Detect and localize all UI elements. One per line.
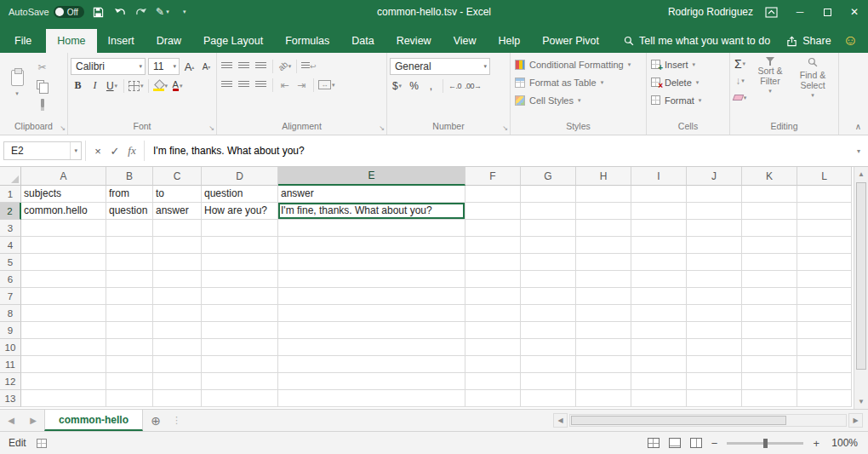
font-size-combobox[interactable]: 11▾ [148,58,180,75]
font-dialog-launcher[interactable]: ↘ [208,125,214,132]
row-header-8[interactable]: 8 [0,305,21,322]
cell-H1[interactable] [576,186,631,203]
column-header-C[interactable]: C [153,167,202,186]
autosum-button[interactable]: Σ▾ [733,55,747,72]
cell-E9[interactable] [278,322,465,339]
clear-button[interactable]: ▾ [733,89,747,106]
column-header-E[interactable]: E [278,167,465,186]
cell-C9[interactable] [153,322,202,339]
cell-B8[interactable] [106,305,153,322]
cell-H3[interactable] [576,220,631,237]
cell-I4[interactable] [631,237,687,254]
cell-K3[interactable] [742,220,797,237]
zoom-slider[interactable] [727,442,803,445]
underline-button[interactable]: U▾ [105,78,119,94]
decrease-decimal-button[interactable]: .00→ [465,78,482,94]
cell-D1[interactable]: question [202,186,278,203]
cell-K8[interactable] [742,305,797,322]
cell-A12[interactable] [21,373,106,390]
cell-J11[interactable] [687,356,742,373]
column-header-H[interactable]: H [576,167,631,186]
cell-J1[interactable] [687,186,742,203]
cell-G6[interactable] [521,271,576,288]
customize-qat-button[interactable]: ▾ [177,3,191,20]
row-header-2[interactable]: 2 [0,203,21,220]
cell-J4[interactable] [687,237,742,254]
cell-B3[interactable] [106,220,153,237]
sort-filter-button[interactable]: Sort & Filter ▾ [751,55,790,120]
horizontal-scrollbar[interactable]: ◀ ▶ [553,410,868,431]
cell-A10[interactable] [21,339,106,356]
cell-A5[interactable] [21,254,106,271]
collapse-ribbon-button[interactable]: ∧ [855,122,861,131]
cell-E11[interactable] [278,356,465,373]
cell-F6[interactable] [465,271,521,288]
tab-splitter-handle[interactable]: ⋮ [168,415,185,426]
cell-I5[interactable] [631,254,687,271]
cell-I3[interactable] [631,220,687,237]
cell-A4[interactable] [21,237,106,254]
cell-D3[interactable] [202,220,278,237]
cell-F10[interactable] [465,339,521,356]
cell-E13[interactable] [278,390,465,407]
italic-button[interactable]: I [88,78,102,94]
cell-C11[interactable] [153,356,202,373]
tab-insert[interactable]: Insert [97,29,146,53]
cell-C7[interactable] [153,288,202,305]
cell-G3[interactable] [521,220,576,237]
cell-G5[interactable] [521,254,576,271]
cell-J9[interactable] [687,322,742,339]
cell-J12[interactable] [687,373,742,390]
autosave-toggle[interactable]: AutoSave Off [9,6,84,18]
cell-J5[interactable] [687,254,742,271]
cell-J13[interactable] [687,390,742,407]
cell-H4[interactable] [576,237,631,254]
cell-H12[interactable] [576,373,631,390]
cell-G7[interactable] [521,288,576,305]
zoom-slider-thumb[interactable] [763,439,768,448]
cell-H6[interactable] [576,271,631,288]
minimize-button[interactable]: ─ [786,0,814,24]
scroll-down-icon[interactable]: ▼ [854,394,868,409]
cell-L3[interactable] [797,220,852,237]
cell-I10[interactable] [631,339,687,356]
select-all-button[interactable] [0,167,21,186]
cell-A2[interactable]: common.hello [21,203,106,220]
comma-style-button[interactable]: , [424,78,438,94]
cell-E8[interactable] [278,305,465,322]
cell-I13[interactable] [631,390,687,407]
cell-K10[interactable] [742,339,797,356]
decrease-indent-button[interactable]: ⇤ [277,77,292,93]
cell-L11[interactable] [797,356,852,373]
cell-H5[interactable] [576,254,631,271]
cell-B7[interactable] [106,288,153,305]
row-header-7[interactable]: 7 [0,288,21,305]
cell-L10[interactable] [797,339,852,356]
alignment-dialog-launcher[interactable]: ↘ [379,125,385,132]
cell-I9[interactable] [631,322,687,339]
merge-center-button[interactable]: ↔▾ [318,77,335,93]
cell-D13[interactable] [202,390,278,407]
user-name[interactable]: Rodrigo Rodriguez [668,6,753,18]
cell-C12[interactable] [153,373,202,390]
align-center-button[interactable] [237,77,251,93]
cell-H7[interactable] [576,288,631,305]
zoom-level[interactable]: 100% [829,437,858,449]
cell-K12[interactable] [742,373,797,390]
cell-G12[interactable] [521,373,576,390]
cell-L12[interactable] [797,373,852,390]
tab-formulas[interactable]: Formulas [274,29,340,53]
tab-review[interactable]: Review [385,29,443,53]
cell-F11[interactable] [465,356,521,373]
maximize-button[interactable] [814,0,841,24]
tab-data[interactable]: Data [340,29,385,53]
scroll-up-icon[interactable]: ▲ [854,167,868,181]
cell-B9[interactable] [106,322,153,339]
cell-A11[interactable] [21,356,106,373]
undo-button[interactable] [113,3,127,20]
cell-A13[interactable] [21,390,106,407]
tab-file[interactable]: File [0,29,46,53]
cell-E2[interactable]: I'm fine, thanks. What about you? [278,203,465,220]
zoom-in-icon[interactable]: + [813,437,819,450]
top-align-button[interactable] [220,58,234,74]
